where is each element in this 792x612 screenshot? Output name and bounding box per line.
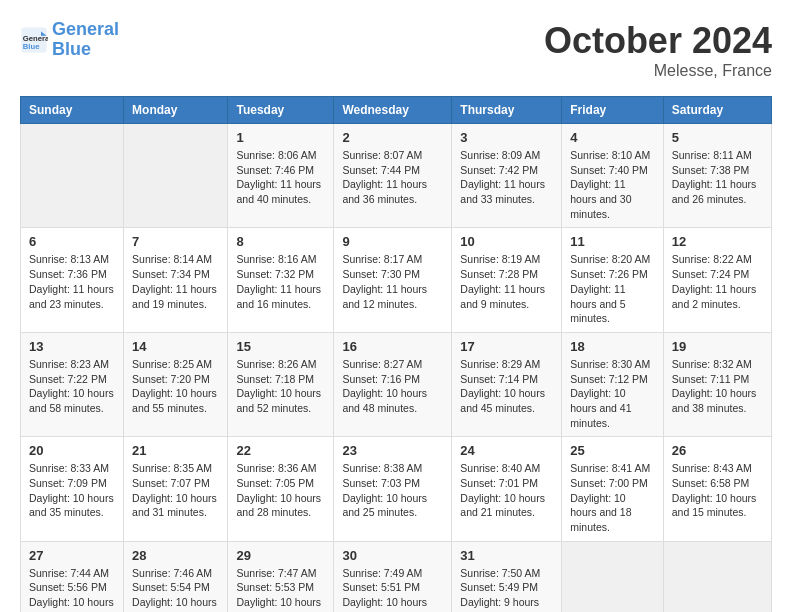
day-info: Sunrise: 8:11 AMSunset: 7:38 PMDaylight:… — [672, 148, 763, 207]
day-number: 15 — [236, 339, 325, 354]
day-info: Sunrise: 8:06 AMSunset: 7:46 PMDaylight:… — [236, 148, 325, 207]
calendar-cell: 13 Sunrise: 8:23 AMSunset: 7:22 PMDaylig… — [21, 332, 124, 436]
logo-text: GeneralBlue — [52, 20, 119, 60]
day-info: Sunrise: 8:13 AMSunset: 7:36 PMDaylight:… — [29, 252, 115, 311]
day-info: Sunrise: 8:30 AMSunset: 7:12 PMDaylight:… — [570, 357, 655, 430]
day-info: Sunrise: 7:50 AMSunset: 5:49 PMDaylight:… — [460, 566, 553, 612]
day-number: 10 — [460, 234, 553, 249]
calendar-cell — [124, 124, 228, 228]
calendar-cell: 15 Sunrise: 8:26 AMSunset: 7:18 PMDaylig… — [228, 332, 334, 436]
day-info: Sunrise: 8:32 AMSunset: 7:11 PMDaylight:… — [672, 357, 763, 416]
day-number: 29 — [236, 548, 325, 563]
calendar-cell: 9 Sunrise: 8:17 AMSunset: 7:30 PMDayligh… — [334, 228, 452, 332]
weekday-header-monday: Monday — [124, 97, 228, 124]
day-number: 27 — [29, 548, 115, 563]
day-number: 1 — [236, 130, 325, 145]
weekday-header-row: SundayMondayTuesdayWednesdayThursdayFrid… — [21, 97, 772, 124]
weekday-header-wednesday: Wednesday — [334, 97, 452, 124]
weekday-header-saturday: Saturday — [663, 97, 771, 124]
day-info: Sunrise: 8:33 AMSunset: 7:09 PMDaylight:… — [29, 461, 115, 520]
calendar-cell — [663, 541, 771, 612]
calendar-cell: 16 Sunrise: 8:27 AMSunset: 7:16 PMDaylig… — [334, 332, 452, 436]
calendar-cell: 8 Sunrise: 8:16 AMSunset: 7:32 PMDayligh… — [228, 228, 334, 332]
day-number: 31 — [460, 548, 553, 563]
calendar-cell: 7 Sunrise: 8:14 AMSunset: 7:34 PMDayligh… — [124, 228, 228, 332]
day-info: Sunrise: 7:47 AMSunset: 5:53 PMDaylight:… — [236, 566, 325, 612]
calendar-cell: 17 Sunrise: 8:29 AMSunset: 7:14 PMDaylig… — [452, 332, 562, 436]
day-info: Sunrise: 7:49 AMSunset: 5:51 PMDaylight:… — [342, 566, 443, 612]
weekday-header-friday: Friday — [562, 97, 664, 124]
calendar-cell: 14 Sunrise: 8:25 AMSunset: 7:20 PMDaylig… — [124, 332, 228, 436]
day-info: Sunrise: 8:29 AMSunset: 7:14 PMDaylight:… — [460, 357, 553, 416]
calendar-cell: 23 Sunrise: 8:38 AMSunset: 7:03 PMDaylig… — [334, 437, 452, 541]
day-number: 12 — [672, 234, 763, 249]
calendar-cell: 11 Sunrise: 8:20 AMSunset: 7:26 PMDaylig… — [562, 228, 664, 332]
page-header: General Blue GeneralBlue October 2024 Me… — [20, 20, 772, 80]
day-number: 24 — [460, 443, 553, 458]
day-number: 6 — [29, 234, 115, 249]
calendar-cell: 18 Sunrise: 8:30 AMSunset: 7:12 PMDaylig… — [562, 332, 664, 436]
calendar-cell: 26 Sunrise: 8:43 AMSunset: 6:58 PMDaylig… — [663, 437, 771, 541]
week-row-2: 6 Sunrise: 8:13 AMSunset: 7:36 PMDayligh… — [21, 228, 772, 332]
calendar-cell: 4 Sunrise: 8:10 AMSunset: 7:40 PMDayligh… — [562, 124, 664, 228]
calendar-cell: 12 Sunrise: 8:22 AMSunset: 7:24 PMDaylig… — [663, 228, 771, 332]
day-number: 9 — [342, 234, 443, 249]
day-info: Sunrise: 8:36 AMSunset: 7:05 PMDaylight:… — [236, 461, 325, 520]
day-number: 30 — [342, 548, 443, 563]
calendar-cell: 27 Sunrise: 7:44 AMSunset: 5:56 PMDaylig… — [21, 541, 124, 612]
day-number: 16 — [342, 339, 443, 354]
day-number: 23 — [342, 443, 443, 458]
calendar-cell: 20 Sunrise: 8:33 AMSunset: 7:09 PMDaylig… — [21, 437, 124, 541]
day-info: Sunrise: 8:14 AMSunset: 7:34 PMDaylight:… — [132, 252, 219, 311]
day-number: 25 — [570, 443, 655, 458]
title-area: October 2024 Melesse, France — [544, 20, 772, 80]
day-info: Sunrise: 8:38 AMSunset: 7:03 PMDaylight:… — [342, 461, 443, 520]
day-info: Sunrise: 8:20 AMSunset: 7:26 PMDaylight:… — [570, 252, 655, 325]
day-info: Sunrise: 8:26 AMSunset: 7:18 PMDaylight:… — [236, 357, 325, 416]
calendar-cell: 2 Sunrise: 8:07 AMSunset: 7:44 PMDayligh… — [334, 124, 452, 228]
calendar-cell: 19 Sunrise: 8:32 AMSunset: 7:11 PMDaylig… — [663, 332, 771, 436]
weekday-header-thursday: Thursday — [452, 97, 562, 124]
svg-text:Blue: Blue — [23, 42, 40, 51]
calendar-cell — [21, 124, 124, 228]
logo: General Blue GeneralBlue — [20, 20, 119, 60]
day-info: Sunrise: 8:17 AMSunset: 7:30 PMDaylight:… — [342, 252, 443, 311]
day-info: Sunrise: 8:35 AMSunset: 7:07 PMDaylight:… — [132, 461, 219, 520]
day-number: 13 — [29, 339, 115, 354]
week-row-4: 20 Sunrise: 8:33 AMSunset: 7:09 PMDaylig… — [21, 437, 772, 541]
day-number: 19 — [672, 339, 763, 354]
calendar-cell: 30 Sunrise: 7:49 AMSunset: 5:51 PMDaylig… — [334, 541, 452, 612]
day-info: Sunrise: 8:23 AMSunset: 7:22 PMDaylight:… — [29, 357, 115, 416]
day-number: 21 — [132, 443, 219, 458]
day-number: 11 — [570, 234, 655, 249]
day-info: Sunrise: 8:25 AMSunset: 7:20 PMDaylight:… — [132, 357, 219, 416]
day-number: 3 — [460, 130, 553, 145]
day-number: 2 — [342, 130, 443, 145]
calendar-cell: 6 Sunrise: 8:13 AMSunset: 7:36 PMDayligh… — [21, 228, 124, 332]
day-number: 22 — [236, 443, 325, 458]
day-info: Sunrise: 8:41 AMSunset: 7:00 PMDaylight:… — [570, 461, 655, 534]
day-info: Sunrise: 8:19 AMSunset: 7:28 PMDaylight:… — [460, 252, 553, 311]
calendar-cell — [562, 541, 664, 612]
calendar-cell: 22 Sunrise: 8:36 AMSunset: 7:05 PMDaylig… — [228, 437, 334, 541]
week-row-1: 1 Sunrise: 8:06 AMSunset: 7:46 PMDayligh… — [21, 124, 772, 228]
calendar-cell: 1 Sunrise: 8:06 AMSunset: 7:46 PMDayligh… — [228, 124, 334, 228]
day-info: Sunrise: 8:09 AMSunset: 7:42 PMDaylight:… — [460, 148, 553, 207]
day-number: 26 — [672, 443, 763, 458]
calendar-table: SundayMondayTuesdayWednesdayThursdayFrid… — [20, 96, 772, 612]
day-info: Sunrise: 8:10 AMSunset: 7:40 PMDaylight:… — [570, 148, 655, 221]
calendar-cell: 31 Sunrise: 7:50 AMSunset: 5:49 PMDaylig… — [452, 541, 562, 612]
calendar-cell: 28 Sunrise: 7:46 AMSunset: 5:54 PMDaylig… — [124, 541, 228, 612]
day-number: 14 — [132, 339, 219, 354]
logo-icon: General Blue — [20, 26, 48, 54]
calendar-cell: 10 Sunrise: 8:19 AMSunset: 7:28 PMDaylig… — [452, 228, 562, 332]
day-info: Sunrise: 8:07 AMSunset: 7:44 PMDaylight:… — [342, 148, 443, 207]
day-info: Sunrise: 8:40 AMSunset: 7:01 PMDaylight:… — [460, 461, 553, 520]
day-number: 20 — [29, 443, 115, 458]
calendar-cell: 5 Sunrise: 8:11 AMSunset: 7:38 PMDayligh… — [663, 124, 771, 228]
calendar-cell: 29 Sunrise: 7:47 AMSunset: 5:53 PMDaylig… — [228, 541, 334, 612]
week-row-3: 13 Sunrise: 8:23 AMSunset: 7:22 PMDaylig… — [21, 332, 772, 436]
calendar-cell: 3 Sunrise: 8:09 AMSunset: 7:42 PMDayligh… — [452, 124, 562, 228]
calendar-cell: 25 Sunrise: 8:41 AMSunset: 7:00 PMDaylig… — [562, 437, 664, 541]
day-number: 28 — [132, 548, 219, 563]
